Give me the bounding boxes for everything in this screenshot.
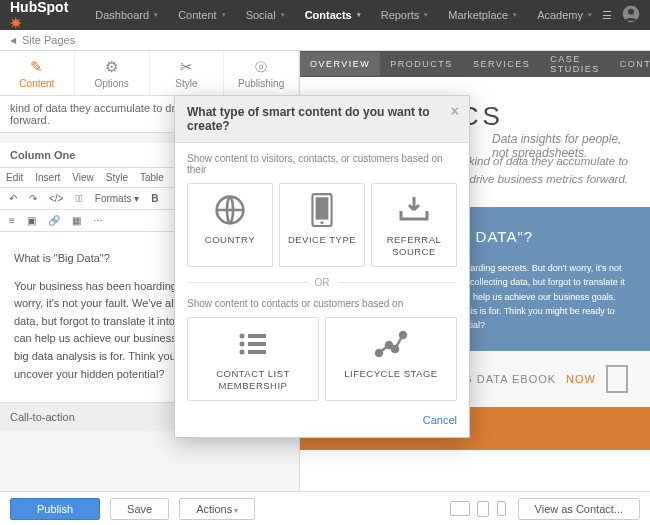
nav-academy[interactable]: Academy▾ xyxy=(527,9,602,21)
breadcrumb: ◀ Site Pages xyxy=(0,30,650,51)
card-label: COUNTRY xyxy=(205,234,255,246)
modal-header: What type of smart content do you want t… xyxy=(175,96,469,143)
card-device-type[interactable]: DEVICE TYPE xyxy=(279,183,365,267)
modal-footer: Cancel xyxy=(175,407,469,437)
top-right: ☰ xyxy=(602,5,640,25)
nav-social[interactable]: Social▾ xyxy=(236,9,295,21)
card-label: DEVICE TYPE xyxy=(288,234,356,246)
svg-point-14 xyxy=(392,346,398,352)
path-nodes-icon xyxy=(373,328,409,360)
user-avatar-icon[interactable] xyxy=(622,5,640,25)
card-label: REFERRAL SOURCE xyxy=(376,234,452,258)
chevron-down-icon: ▾ xyxy=(424,11,428,19)
tab-publishing[interactable]: ⦾ Publishing xyxy=(224,51,299,95)
menu-icon[interactable]: ☰ xyxy=(602,9,612,22)
modal-note-2: Show content to contacts or customers ba… xyxy=(187,298,457,309)
more-icon[interactable]: ⋯ xyxy=(90,214,106,227)
rte-menu-view[interactable]: View xyxy=(72,172,94,183)
nav-dashboard[interactable]: Dashboard▾ xyxy=(85,9,168,21)
tab-label: Style xyxy=(175,78,197,89)
clear-format-icon[interactable]: ᴬ⃠ xyxy=(72,192,85,205)
nav-reports[interactable]: Reports▾ xyxy=(371,9,439,21)
card-row-1: COUNTRY DEVICE TYPE REFERRAL SOURCE xyxy=(187,183,457,267)
gear-icon: ⚙ xyxy=(105,58,118,76)
card-referral-source[interactable]: REFERRAL SOURCE xyxy=(371,183,457,267)
actions-dropdown[interactable]: Actions xyxy=(179,498,255,520)
table-icon[interactable]: ▦ xyxy=(69,214,84,227)
tab-content[interactable]: ✎ Content xyxy=(0,51,75,95)
preview-tagline: Data insights for people, not spreadshee… xyxy=(492,132,632,160)
tab-label: Publishing xyxy=(238,78,284,89)
svg-rect-9 xyxy=(248,342,266,346)
modal-note-1: Show content to visitors, contacts, or c… xyxy=(187,153,457,175)
tab-options[interactable]: ⚙ Options xyxy=(75,51,150,95)
close-icon[interactable]: × xyxy=(451,103,459,119)
footer-bar: Publish Save Actions View as Contact... xyxy=(0,491,650,525)
tab-style[interactable]: ✂ Style xyxy=(150,51,225,95)
svg-point-5 xyxy=(320,221,323,224)
card-row-2: CONTACT LIST MEMBERSHIP LIFECYCLE STAGE xyxy=(187,317,457,401)
rte-menu-table[interactable]: Table xyxy=(140,172,164,183)
modal-body: Show content to visitors, contacts, or c… xyxy=(175,143,469,407)
desktop-icon[interactable] xyxy=(450,501,470,516)
card-lifecycle-stage[interactable]: LIFECYCLE STAGE xyxy=(325,317,457,401)
align-icon[interactable]: ≡ xyxy=(6,214,18,227)
tab-label: Options xyxy=(94,78,128,89)
rte-menu-insert[interactable]: Insert xyxy=(35,172,60,183)
svg-point-10 xyxy=(240,349,245,354)
globe-icon xyxy=(214,194,246,226)
download-tray-icon xyxy=(397,194,431,226)
formats-dropdown[interactable]: Formats ▾ xyxy=(92,192,142,205)
chevron-down-icon: ▾ xyxy=(357,11,361,19)
svg-point-13 xyxy=(386,342,392,348)
nav-items: Dashboard▾ Content▾ Social▾ Contacts▾ Re… xyxy=(85,9,602,21)
rte-menu-edit[interactable]: Edit xyxy=(6,172,23,183)
brand-logo: HubSpot ✷ xyxy=(10,0,70,31)
tool-tabs: ✎ Content ⚙ Options ✂ Style ⦾ Publishing xyxy=(0,51,299,96)
view-as-contact-button[interactable]: View as Contact... xyxy=(518,498,640,520)
save-button[interactable]: Save xyxy=(110,498,169,520)
svg-rect-7 xyxy=(248,334,266,338)
broadcast-icon: ⦾ xyxy=(255,58,267,76)
device-preview-icons[interactable] xyxy=(450,501,510,517)
link-icon[interactable]: 🔗 xyxy=(45,214,63,227)
breadcrumb-back[interactable]: Site Pages xyxy=(22,34,75,46)
publish-button[interactable]: Publish xyxy=(10,498,100,520)
nav-content[interactable]: Content▾ xyxy=(168,9,236,21)
sprocket-icon: ✷ xyxy=(10,15,22,31)
ebook-icon xyxy=(606,365,628,393)
footer-right: View as Contact... xyxy=(450,498,640,520)
top-nav: HubSpot ✷ Dashboard▾ Content▾ Social▾ Co… xyxy=(0,0,650,30)
preview-nav-services[interactable]: SERVICES xyxy=(463,52,540,76)
scissors-icon: ✂ xyxy=(180,58,193,76)
svg-point-15 xyxy=(400,332,406,338)
svg-point-8 xyxy=(240,341,245,346)
image-icon[interactable]: ▣ xyxy=(24,214,39,227)
chevron-left-icon[interactable]: ◀ xyxy=(10,36,16,45)
svg-rect-11 xyxy=(248,350,266,354)
redo-icon[interactable]: ↷ xyxy=(26,192,40,205)
or-divider: OR xyxy=(187,277,457,288)
card-country[interactable]: COUNTRY xyxy=(187,183,273,267)
tablet-icon[interactable] xyxy=(477,501,489,517)
card-label: LIFECYCLE STAGE xyxy=(344,368,437,380)
preview-nav-overview[interactable]: OVERVIEW xyxy=(300,52,380,76)
preview-nav-products[interactable]: PRODUCTS xyxy=(380,52,463,76)
chevron-down-icon: ▾ xyxy=(222,11,226,19)
chevron-down-icon: ▾ xyxy=(513,11,517,19)
mobile-icon[interactable] xyxy=(497,501,506,516)
preview-nav-contact[interactable]: CONTACT xyxy=(610,52,650,76)
cancel-button[interactable]: Cancel xyxy=(423,414,457,426)
rte-menu-style[interactable]: Style xyxy=(106,172,128,183)
nav-marketplace[interactable]: Marketplace▾ xyxy=(438,9,527,21)
code-icon[interactable]: </> xyxy=(46,192,66,205)
undo-icon[interactable]: ↶ xyxy=(6,192,20,205)
preview-nav: OVERVIEW PRODUCTS SERVICES CASE STUDIES … xyxy=(300,51,650,77)
bold-button[interactable]: B xyxy=(148,192,161,205)
tab-label: Content xyxy=(19,78,54,89)
svg-point-1 xyxy=(628,9,634,15)
column-title: Column One xyxy=(10,149,75,161)
pencil-icon: ✎ xyxy=(30,58,43,76)
card-contact-list[interactable]: CONTACT LIST MEMBERSHIP xyxy=(187,317,319,401)
nav-contacts[interactable]: Contacts▾ xyxy=(295,9,371,21)
